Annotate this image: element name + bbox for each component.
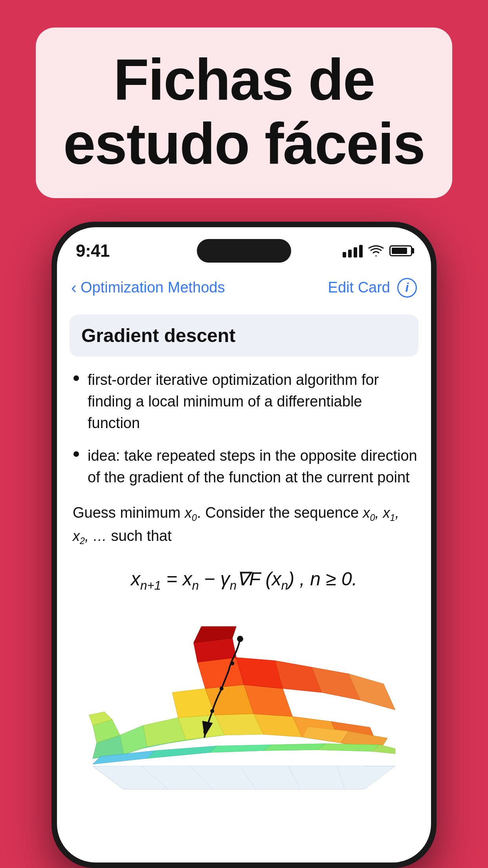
nav-bar: ‹ Optimization Methods Edit Card i <box>57 270 431 305</box>
status-icons <box>343 244 412 257</box>
chevron-left-icon: ‹ <box>71 278 77 297</box>
bullet-dot <box>73 375 79 381</box>
surface-svg <box>70 610 418 798</box>
headline-text: Fichas deestudo fáceis <box>63 48 425 176</box>
svg-marker-36 <box>263 744 325 751</box>
svg-marker-35 <box>209 745 271 753</box>
bullet-dot-2 <box>73 451 79 457</box>
content-area: Gradient descent first-order iterative o… <box>57 305 431 862</box>
svg-point-42 <box>220 687 224 691</box>
svg-point-44 <box>203 730 207 734</box>
svg-marker-0 <box>93 766 395 789</box>
svg-point-40 <box>237 636 243 642</box>
wifi-icon <box>368 245 384 257</box>
status-time: 9:41 <box>76 241 110 261</box>
svg-marker-34 <box>147 746 217 758</box>
svg-point-41 <box>230 661 234 665</box>
card-title-box: Gradient descent <box>70 314 418 357</box>
phone-mockup: 9:41 <box>51 222 437 868</box>
svg-marker-13 <box>143 717 186 747</box>
bullet-item-1: first-order iterative optimization algor… <box>73 369 418 434</box>
edit-card-button[interactable]: Edit Card <box>328 279 390 296</box>
svg-marker-12 <box>120 725 147 754</box>
bullet-item-2: idea: take repeated steps in the opposit… <box>73 445 418 488</box>
svg-marker-22 <box>198 658 244 689</box>
svg-point-43 <box>210 709 214 713</box>
dynamic-island <box>197 239 291 263</box>
info-button[interactable]: i <box>397 278 417 298</box>
nav-back-button[interactable]: ‹ Optimization Methods <box>71 278 225 297</box>
bullet-text-1: first-order iterative optimization algor… <box>88 369 418 434</box>
formula-block: xn+1 = xn − γn∇F (xn) , n ≥ 0. <box>70 562 418 598</box>
math-paragraph: Guess minimum x0. Consider the sequence … <box>70 502 418 548</box>
svg-marker-37 <box>317 744 380 752</box>
headline-card: Fichas deestudo fáceis <box>36 28 452 198</box>
phone-screen: 9:41 <box>57 227 431 862</box>
nav-right-actions: Edit Card i <box>328 278 417 298</box>
card-title: Gradient descent <box>81 325 235 346</box>
gradient-surface-graph <box>70 610 418 798</box>
nav-back-label: Optimization Methods <box>81 279 225 296</box>
signal-icon <box>343 244 363 257</box>
battery-icon <box>389 245 412 256</box>
bullet-list: first-order iterative optimization algor… <box>70 369 418 488</box>
bullet-text-2: idea: take repeated steps in the opposit… <box>88 445 418 488</box>
